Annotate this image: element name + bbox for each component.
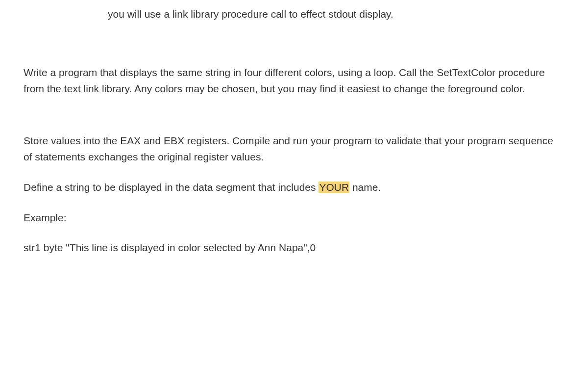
document-content: you will use a link library procedure ca… <box>0 0 588 280</box>
example-code-line: str1 byte "This line is displayed in col… <box>24 239 564 256</box>
example-label: Example: <box>24 209 564 226</box>
intro-text: you will use a link library procedure ca… <box>108 6 564 23</box>
instructions-paragraph-3: Define a string to be displayed in the d… <box>24 179 564 196</box>
para3-pre-text: Define a string to be displayed in the d… <box>24 182 318 193</box>
instructions-paragraph-2: Store values into the EAX and EBX regist… <box>24 132 564 165</box>
instructions-paragraph-1: Write a program that displays the same s… <box>24 64 564 97</box>
highlighted-your: YOUR <box>318 182 349 193</box>
para3-post-text: name. <box>349 182 381 193</box>
